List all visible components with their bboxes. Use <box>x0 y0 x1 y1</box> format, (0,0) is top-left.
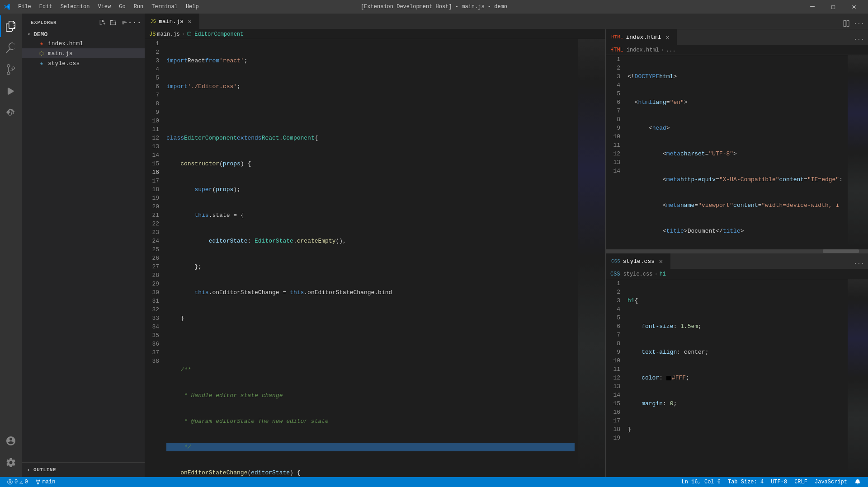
pane-more-actions-top[interactable]: ··· <box>854 34 864 45</box>
code-line: <title>Document</title> <box>627 227 844 235</box>
minimap-style-content <box>848 279 868 477</box>
code-content-index[interactable]: <!DOCTYPE html> <html lang="en"> <head> … <box>624 55 848 249</box>
branch-icon <box>35 479 41 485</box>
line-num: 6 <box>606 98 620 107</box>
line-num: 3 <box>606 72 620 81</box>
line-num: 10 <box>606 356 620 365</box>
menu-help[interactable]: Help <box>182 2 203 12</box>
collapse-folder-button[interactable] <box>119 18 128 27</box>
tab-style-css[interactable]: CSS style.css ✕ <box>606 253 670 269</box>
code-editor-style[interactable]: 1 2 3 4 5 6 7 8 9 10 11 12 13 <box>606 279 868 477</box>
menu-view[interactable]: View <box>94 2 114 12</box>
menu-terminal[interactable]: Terminal <box>148 2 181 12</box>
titlebar: File Edit Selection View Go Run Terminal… <box>0 0 868 14</box>
activity-settings[interactable] <box>0 452 22 473</box>
scrollbar-index[interactable] <box>606 249 868 253</box>
vscode-icon <box>4 3 11 10</box>
line-num: 3 <box>145 56 159 65</box>
more-actions-button[interactable]: ··· <box>130 18 139 27</box>
tab-style-css-close[interactable]: ✕ <box>657 258 665 265</box>
line-num: 12 <box>145 134 159 142</box>
new-file-button[interactable] <box>98 18 107 27</box>
code-editor-index[interactable]: 1 2 3 4 5 6 7 8 9 10 11 12 13 <box>606 55 868 249</box>
code-line: <head> <box>627 124 844 132</box>
minimap-index-content <box>848 55 868 249</box>
tab-main-js[interactable]: JS main.js ✕ <box>145 14 199 29</box>
menu-selection[interactable]: Selection <box>57 2 94 12</box>
line-num: 23 <box>145 228 159 237</box>
code-content-style[interactable]: h1 { font-size: 1.5em; text-align: cente… <box>624 279 848 477</box>
scrollbar-index-thumb[interactable] <box>823 249 859 253</box>
outline-header[interactable]: ▸ OUTLINE <box>22 464 145 475</box>
tab-main-js-close[interactable]: ✕ <box>186 18 193 25</box>
sidebar-item-main-js[interactable]: ⬡ main.js <box>22 48 145 58</box>
pane-tab-actions-bottom: ··· <box>854 258 868 269</box>
pane-tab-actions-top: ··· <box>854 34 868 45</box>
line-numbers-style: 1 2 3 4 5 6 7 8 9 10 11 12 13 <box>606 279 624 477</box>
activity-bar <box>0 14 22 477</box>
tab-index-html[interactable]: HTML index.html ✕ <box>606 29 677 45</box>
tab-index-html-close[interactable]: ✕ <box>664 33 671 41</box>
close-button[interactable]: ✕ <box>844 0 864 14</box>
activity-source-control[interactable] <box>0 59 22 80</box>
activity-extensions[interactable] <box>0 102 22 124</box>
minimize-button[interactable]: ─ <box>802 0 823 14</box>
breadcrumb-file: JSmain.js <box>149 31 180 37</box>
activity-explorer[interactable] <box>0 15 22 37</box>
line-num: 15 <box>145 159 159 168</box>
line-num: 11 <box>606 365 620 374</box>
menu-edit[interactable]: Edit <box>36 2 56 12</box>
status-line-col[interactable]: Ln 16, Col 6 <box>678 477 724 487</box>
warning-count: 0 <box>24 479 28 485</box>
js-file-icon: ⬡ <box>38 50 45 57</box>
code-line: * Handle editor state change <box>166 391 575 400</box>
status-errors[interactable]: ⓪ 0 ⚠ 0 <box>4 477 32 487</box>
activity-search[interactable] <box>0 37 22 59</box>
folder-header[interactable]: ▾ DEMO <box>22 30 145 38</box>
sidebar-item-index-html[interactable]: ◈ index.html <box>22 38 145 48</box>
line-num: 18 <box>606 425 620 434</box>
menu-file[interactable]: File <box>14 2 35 12</box>
status-branch[interactable]: main <box>32 477 59 487</box>
activity-account[interactable] <box>0 430 22 452</box>
editor-pane-style-css: CSS style.css ✕ ··· CSS style.css › h1 <box>606 253 868 477</box>
file-name-main: main.js <box>48 50 73 57</box>
new-folder-button[interactable] <box>108 18 118 27</box>
breadcrumb-sep-1: › <box>182 31 185 37</box>
breadcrumb-css-icon: CSS <box>610 271 620 277</box>
code-line: } <box>627 425 844 434</box>
code-content-main[interactable]: import React from 'react'; import './Edi… <box>163 39 578 477</box>
status-notifications[interactable] <box>851 477 864 487</box>
activity-run[interactable] <box>0 80 22 102</box>
bc-sep-2: › <box>661 47 664 53</box>
maximize-button[interactable]: ☐ <box>823 0 844 14</box>
file-name-style: style.css <box>48 60 80 67</box>
menu-run[interactable]: Run <box>130 2 147 12</box>
titlebar-left: File Edit Selection View Go Run Terminal… <box>4 2 203 12</box>
line-num: 4 <box>606 305 620 314</box>
line-num: 1 <box>606 55 620 64</box>
line-num: 14 <box>606 167 620 175</box>
line-num: 33 <box>145 314 159 323</box>
line-num: 30 <box>145 288 159 297</box>
tab-index-html-label: index.html <box>626 34 661 41</box>
line-num: 12 <box>606 374 620 382</box>
line-num: 32 <box>145 305 159 314</box>
line-numbers-main: 1 2 3 4 5 6 7 8 9 10 11 12 13 14 <box>145 39 163 477</box>
line-num: 6 <box>145 82 159 91</box>
sidebar-item-style-css[interactable]: ◈ style.css <box>22 58 145 68</box>
pane-more-actions-bottom[interactable]: ··· <box>854 258 864 269</box>
status-tab-size[interactable]: Tab Size: 4 <box>724 477 767 487</box>
status-language[interactable]: JavaScript <box>811 477 851 487</box>
line-num: 5 <box>606 314 620 322</box>
split-editor-button[interactable] <box>841 18 852 29</box>
more-editor-actions[interactable]: ··· <box>854 18 864 29</box>
status-encoding[interactable]: UTF-8 <box>767 477 791 487</box>
menu-go[interactable]: Go <box>115 2 129 12</box>
code-line: import './Editor.css'; <box>166 82 575 91</box>
editor-pane-main-js: JSmain.js › ⬡ EditorComponent 1 2 3 4 5 … <box>145 29 606 477</box>
code-line: * @param editorState The new editor stat… <box>166 417 575 426</box>
line-num: 18 <box>145 185 159 194</box>
code-editor-main[interactable]: 1 2 3 4 5 6 7 8 9 10 11 12 13 14 <box>145 39 605 477</box>
status-eol[interactable]: CRLF <box>791 477 811 487</box>
